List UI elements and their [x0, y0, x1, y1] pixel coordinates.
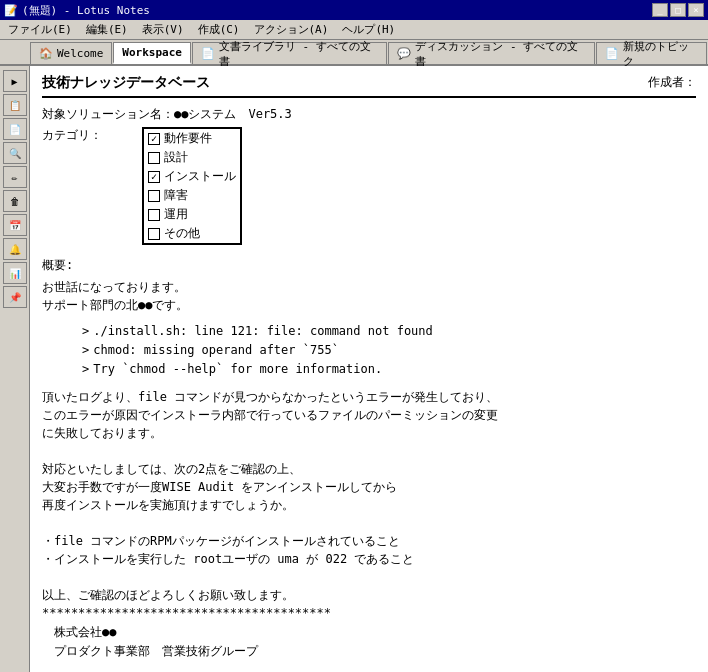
- sidebar-btn-9[interactable]: 📊: [3, 262, 27, 284]
- body-para4: 対応といたしましては、次の2点をご確認の上、: [42, 460, 696, 478]
- summary-label: 概要:: [42, 257, 696, 274]
- title-bar: 📝 (無題) - Lotus Notes _ □ ×: [0, 0, 708, 20]
- category-label-3: 障害: [164, 187, 188, 204]
- bullet1: ・file コマンドのRPMパッケージがインストールされていること: [42, 532, 696, 550]
- code-line-1: chmod: missing operand after `755`: [82, 341, 696, 360]
- sig-company: 株式会社●●: [42, 623, 696, 642]
- author-label: 作成者：: [648, 74, 696, 92]
- menu-action[interactable]: アクション(A): [248, 21, 335, 38]
- title-bar-controls: _ □ ×: [652, 3, 704, 17]
- checkbox-4[interactable]: [148, 209, 160, 221]
- menu-file[interactable]: ファイル(E): [2, 21, 78, 38]
- code-line-0: ./install.sh: line 121: file: command no…: [82, 322, 696, 341]
- body-para2: このエラーが原因でインストーラ内部で行っているファイルのパーミッションの変更: [42, 406, 696, 424]
- close-button[interactable]: ×: [688, 3, 704, 17]
- solution-label: 対象ソリューション名：: [42, 106, 174, 123]
- tab-welcome-label: Welcome: [57, 47, 103, 60]
- tab-new-topic[interactable]: 📄 新規のトピック: [596, 42, 707, 64]
- sidebar-btn-4[interactable]: 🔍: [3, 142, 27, 164]
- category-label: カテゴリ：: [42, 127, 142, 144]
- body-para5: 大変お手数ですが一度WISE Audit をアンインストールしてから: [42, 478, 696, 496]
- tab-new-topic-icon: 📄: [605, 47, 619, 60]
- category-dropdown[interactable]: ✓ 動作要件 設計 ✓ インストール 障害 運用: [142, 127, 242, 245]
- checkbox-2[interactable]: ✓: [148, 171, 160, 183]
- body-para1: 頂いたログより、file コマンドが見つからなかったというエラーが発生しており、: [42, 388, 696, 406]
- tab-new-topic-label: 新規のトピック: [623, 39, 698, 69]
- sidebar-btn-8[interactable]: 🔔: [3, 238, 27, 260]
- title-bar-left: 📝 (無題) - Lotus Notes: [4, 3, 150, 18]
- solution-value: ●●システム Ver5.3: [174, 106, 292, 123]
- sig-dept: プロダクト事業部 営業技術グループ: [42, 642, 696, 661]
- content-header: 技術ナレッジデータベース 作成者：: [42, 74, 696, 98]
- sidebar-btn-1[interactable]: ▶: [3, 70, 27, 92]
- category-item-1[interactable]: 設計: [144, 148, 240, 167]
- sig-stars: ****************************************: [42, 604, 696, 623]
- tab-library[interactable]: 📄 文書ライブラリ - すべての文書: [192, 42, 388, 64]
- category-label-5: その他: [164, 225, 200, 242]
- tab-welcome[interactable]: 🏠 Welcome: [30, 42, 112, 64]
- category-label-1: 設計: [164, 149, 188, 166]
- tab-bar: 🏠 Welcome Workspace 📄 文書ライブラリ - すべての文書 💬…: [0, 40, 708, 66]
- sidebar-btn-7[interactable]: 📅: [3, 214, 27, 236]
- window-title: (無題) - Lotus Notes: [22, 3, 150, 18]
- bullet2: ・インストールを実行した rootユーザの uma が 022 であること: [42, 550, 696, 568]
- menu-view[interactable]: 表示(V): [136, 21, 190, 38]
- body-text: お世話になっております。 サポート部門の北●●です。 ./install.sh:…: [42, 278, 696, 672]
- category-item-0[interactable]: ✓ 動作要件: [144, 129, 240, 148]
- maximize-button[interactable]: □: [670, 3, 686, 17]
- signature: ****************************************…: [42, 604, 696, 672]
- category-label-2: インストール: [164, 168, 236, 185]
- app-icon: 📝: [4, 4, 18, 17]
- tab-library-label: 文書ライブラリ - すべての文書: [219, 39, 379, 69]
- body-line2: サポート部門の北●●です。: [42, 296, 696, 314]
- category-item-4[interactable]: 運用: [144, 205, 240, 224]
- checkbox-1[interactable]: [148, 152, 160, 164]
- code-line-2: Try `chmod --help` for more information.: [82, 360, 696, 379]
- sidebar-btn-10[interactable]: 📌: [3, 286, 27, 308]
- category-row: カテゴリ： ✓ 動作要件 設計 ✓ インストール 障害: [42, 127, 696, 245]
- category-label-0: 動作要件: [164, 130, 212, 147]
- sidebar: ▶ 📋 📄 🔍 ✏ 🗑 📅 🔔 📊 📌: [0, 66, 30, 672]
- menu-edit[interactable]: 編集(E): [80, 21, 134, 38]
- category-label-4: 運用: [164, 206, 188, 223]
- tab-discussion-label: ディスカッション - すべての文書: [415, 39, 585, 69]
- checkbox-3[interactable]: [148, 190, 160, 202]
- sidebar-btn-6[interactable]: 🗑: [3, 190, 27, 212]
- closing: 以上、ご確認のほどよろしくお願い致します。: [42, 586, 696, 604]
- tab-welcome-icon: 🏠: [39, 47, 53, 60]
- category-item-2[interactable]: ✓ インストール: [144, 167, 240, 186]
- content-area: 技術ナレッジデータベース 作成者： 対象ソリューション名： ●●システム Ver…: [30, 66, 708, 672]
- body-para6: 再度インストールを実施頂けますでしょうか。: [42, 496, 696, 514]
- tab-workspace[interactable]: Workspace: [113, 42, 191, 64]
- tab-library-icon: 📄: [201, 47, 215, 60]
- code-block: ./install.sh: line 121: file: command no…: [82, 322, 696, 380]
- body-line1: お世話になっております。: [42, 278, 696, 296]
- sidebar-btn-3[interactable]: 📄: [3, 118, 27, 140]
- tab-discussion-icon: 💬: [397, 47, 411, 60]
- menu-create[interactable]: 作成(C): [192, 21, 246, 38]
- main-layout: ▶ 📋 📄 🔍 ✏ 🗑 📅 🔔 📊 📌 技術ナレッジデータベース 作成者： 対象…: [0, 66, 708, 672]
- sidebar-btn-2[interactable]: 📋: [3, 94, 27, 116]
- menu-help[interactable]: ヘルプ(H): [336, 21, 401, 38]
- tab-discussion[interactable]: 💬 ディスカッション - すべての文書: [388, 42, 594, 64]
- tab-workspace-label: Workspace: [122, 46, 182, 59]
- checkbox-5[interactable]: [148, 228, 160, 240]
- minimize-button[interactable]: _: [652, 3, 668, 17]
- db-title: 技術ナレッジデータベース: [42, 74, 210, 92]
- category-item-5[interactable]: その他: [144, 224, 240, 243]
- body-para3: に失敗しております。: [42, 424, 696, 442]
- checkbox-0[interactable]: ✓: [148, 133, 160, 145]
- menu-bar: ファイル(E) 編集(E) 表示(V) 作成(C) アクション(A) ヘルプ(H…: [0, 20, 708, 40]
- sidebar-btn-5[interactable]: ✏: [3, 166, 27, 188]
- solution-row: 対象ソリューション名： ●●システム Ver5.3: [42, 106, 696, 123]
- category-item-3[interactable]: 障害: [144, 186, 240, 205]
